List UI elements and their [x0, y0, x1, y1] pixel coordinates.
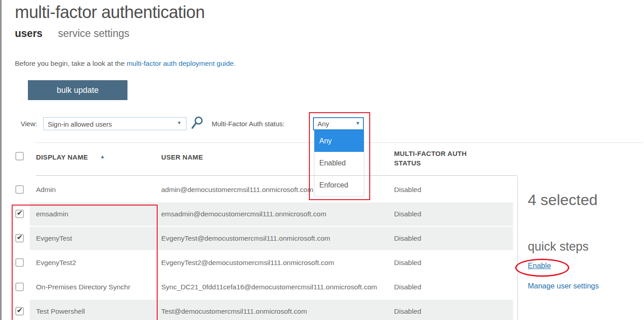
sort-ascending-icon[interactable]: ▲ [100, 154, 105, 159]
cell-display-name: EvgenyTest [36, 227, 158, 250]
table-row[interactable]: On-Premises Directory Synchr Sync_DC21_0… [0, 275, 517, 299]
dropdown-option-enabled[interactable]: Enabled [314, 152, 364, 174]
cell-mfa-status: Disabled [394, 202, 502, 226]
row-background: On-Premises Directory Synchr Sync_DC21_0… [30, 275, 513, 299]
row-background: emsadmin emsadmin@democustomercmsil111.o… [30, 202, 513, 226]
row-background: Test Powershell Test@democustomercmsil11… [30, 300, 513, 320]
row-checkbox[interactable] [15, 307, 24, 315]
cell-user-name: emsadmin@democustomercmsil111.onmicrosof… [161, 202, 389, 226]
cell-display-name: EvgenyTest2 [36, 251, 158, 274]
table-header-border [36, 175, 517, 176]
deployment-guide-link[interactable]: multi-factor auth deployment guide. [127, 59, 236, 67]
row-background: EvgenyTest EvgenyTest@democustomercmsil1… [30, 227, 513, 250]
mfa-admin-page: multi-factor authentication users servic… [0, 0, 644, 320]
cell-user-name: Sync_DC21_0fdd11cefa16@democustomercmsil… [161, 275, 389, 299]
cell-display-name: Test Powershell [36, 300, 158, 320]
column-header-mfa-status[interactable]: MULTI-FACTOR AUTH STATUS [394, 149, 484, 168]
table-row[interactable]: emsadmin emsadmin@democustomercmsil111.o… [0, 202, 517, 226]
row-background: EvgenyTest2 EvgenyTest2@democustomercmsi… [30, 251, 513, 274]
panel-divider [517, 177, 518, 320]
column-header-mfa-line1: MULTI-FACTOR AUTH [394, 150, 467, 157]
column-header-user-name[interactable]: USER NAME [161, 153, 203, 161]
table-row[interactable]: EvgenyTest EvgenyTest@democustomercmsil1… [0, 226, 517, 251]
row-checkbox[interactable] [15, 258, 24, 267]
bulk-update-button[interactable]: bulk update [28, 80, 127, 100]
row-checkbox[interactable] [15, 283, 24, 291]
cell-display-name: On-Premises Directory Synchr [36, 275, 158, 299]
chevron-down-icon[interactable]: ▼ [177, 120, 181, 125]
table-row[interactable]: Admin admin@democustomercmsil111.onmicro… [0, 178, 517, 202]
select-all-checkbox[interactable] [15, 152, 24, 160]
table-row[interactable]: Test Powershell Test@democustomercmsil11… [0, 299, 517, 320]
cell-mfa-status: Disabled [394, 178, 502, 201]
cell-user-name: Test@democustomercmsil111.onmicrosoft.co… [161, 300, 389, 320]
chevron-down-icon[interactable]: ▼ [355, 120, 360, 126]
mfa-status-dropdown-list: Any Enabled Enforced [314, 130, 364, 197]
cell-display-name: emsadmin [36, 202, 158, 226]
table-header-row: DISPLAY NAME ▲ USER NAME MULTI-FACTOR AU… [0, 146, 517, 167]
cell-display-name: Admin [36, 178, 158, 201]
view-label: View: [21, 120, 37, 128]
view-select[interactable]: Sign-in allowed users [43, 117, 186, 130]
manage-user-settings-link[interactable]: Manage user settings [528, 282, 599, 290]
selected-count: 4 selected [528, 191, 598, 209]
row-checkbox[interactable] [15, 234, 24, 242]
column-header-mfa-line2: STATUS [394, 159, 421, 167]
tab-bar: users service settings [15, 27, 129, 40]
table-row[interactable]: EvgenyTest2 EvgenyTest2@democustomercmsi… [0, 251, 517, 275]
dropdown-option-enforced[interactable]: Enforced [314, 174, 364, 196]
tab-users[interactable]: users [15, 27, 42, 40]
intro-text: Before you begin, take a look at the [15, 59, 127, 67]
page-title: multi-factor authentication [15, 3, 205, 22]
cell-mfa-status: Disabled [394, 227, 502, 250]
cell-user-name: EvgenyTest2@democustomercmsil111.onmicro… [161, 251, 389, 274]
cell-mfa-status: Disabled [394, 300, 502, 320]
enable-link[interactable]: Enable [528, 261, 551, 270]
cell-mfa-status: Disabled [394, 275, 502, 299]
mfa-status-label: Multi-Factor Auth status: [212, 120, 285, 128]
tab-service-settings[interactable]: service settings [58, 27, 130, 40]
quick-steps-title: quick steps [528, 240, 589, 254]
search-icon[interactable] [191, 116, 203, 132]
intro-line: Before you begin, take a look at the mul… [15, 59, 236, 68]
cell-user-name: EvgenyTest@democustomercmsil111.onmicros… [161, 227, 389, 250]
row-background: Admin admin@democustomercmsil111.onmicro… [30, 178, 513, 201]
cell-mfa-status: Disabled [394, 251, 502, 274]
row-checkbox[interactable] [15, 210, 24, 218]
column-header-display-name[interactable]: DISPLAY NAME [36, 153, 88, 161]
dropdown-option-any[interactable]: Any [314, 130, 364, 152]
row-checkbox[interactable] [15, 185, 24, 194]
